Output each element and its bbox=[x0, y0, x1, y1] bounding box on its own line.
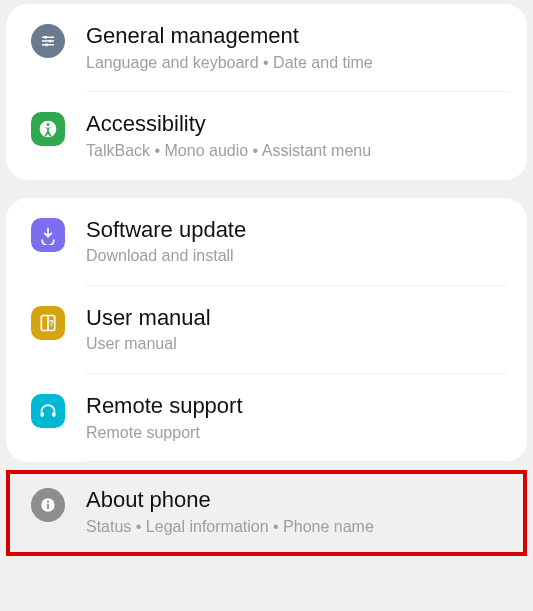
row-subtitle: User manual bbox=[86, 334, 507, 355]
row-general-management[interactable]: General management Language and keyboard… bbox=[6, 4, 527, 91]
row-accessibility[interactable]: Accessibility TalkBack • Mono audio • As… bbox=[6, 92, 527, 179]
svg-rect-15 bbox=[47, 504, 49, 509]
row-title: Remote support bbox=[86, 392, 507, 420]
row-software-update[interactable]: Software update Download and install bbox=[6, 198, 527, 285]
svg-text:?: ? bbox=[49, 317, 54, 327]
settings-group-2: Software update Download and install ? U… bbox=[6, 198, 527, 463]
svg-point-5 bbox=[45, 43, 48, 46]
svg-rect-11 bbox=[41, 412, 44, 417]
row-title: About phone bbox=[86, 486, 507, 514]
row-subtitle: Status • Legal information • Phone name bbox=[86, 517, 507, 538]
highlight-about-phone: About phone Status • Legal information •… bbox=[6, 470, 527, 555]
row-title: Software update bbox=[86, 216, 507, 244]
accessibility-icon bbox=[26, 112, 70, 146]
row-subtitle: Download and install bbox=[86, 246, 507, 267]
user-manual-icon: ? bbox=[26, 306, 70, 340]
row-remote-support[interactable]: Remote support Remote support bbox=[6, 374, 527, 461]
remote-support-icon bbox=[26, 394, 70, 428]
software-update-icon bbox=[26, 218, 70, 252]
about-phone-icon bbox=[26, 488, 70, 522]
general-management-icon bbox=[26, 24, 70, 58]
row-user-manual[interactable]: ? User manual User manual bbox=[6, 286, 527, 373]
row-subtitle: Language and keyboard • Date and time bbox=[86, 53, 507, 74]
row-title: General management bbox=[86, 22, 507, 50]
row-subtitle: Remote support bbox=[86, 423, 507, 444]
row-subtitle: TalkBack • Mono audio • Assistant menu bbox=[86, 141, 507, 162]
row-about-phone[interactable]: About phone Status • Legal information •… bbox=[10, 474, 523, 551]
svg-point-3 bbox=[44, 36, 47, 39]
svg-point-14 bbox=[47, 501, 49, 503]
svg-point-7 bbox=[47, 123, 50, 126]
svg-rect-12 bbox=[52, 412, 55, 417]
row-title: Accessibility bbox=[86, 110, 507, 138]
row-title: User manual bbox=[86, 304, 507, 332]
settings-group-1: General management Language and keyboard… bbox=[6, 4, 527, 180]
svg-point-4 bbox=[49, 40, 52, 43]
divider bbox=[86, 461, 507, 462]
